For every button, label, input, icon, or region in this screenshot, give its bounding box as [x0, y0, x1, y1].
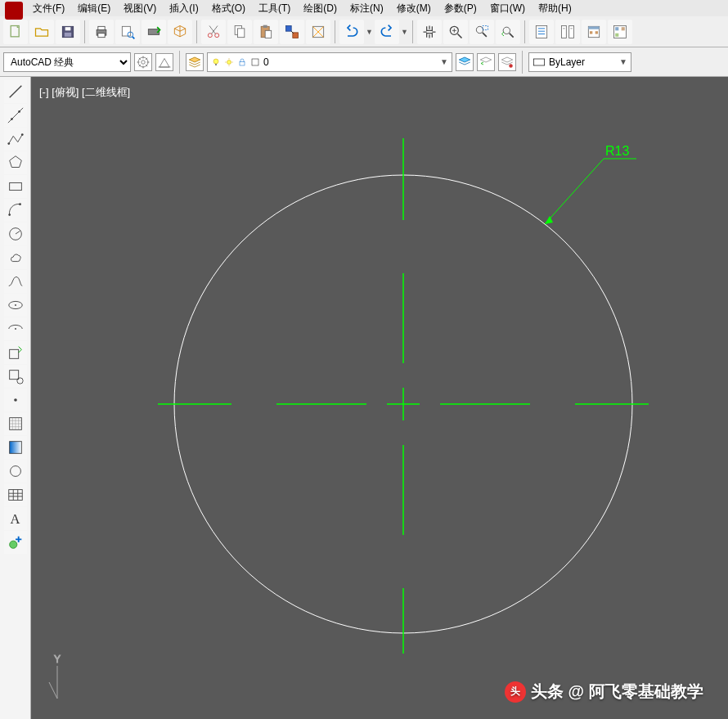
layer-previous-button[interactable]: [477, 53, 495, 71]
svg-rect-2: [65, 27, 71, 30]
layer-color-swatch: [250, 57, 260, 67]
insert-block-tool[interactable]: [4, 341, 27, 364]
menu-draw[interactable]: 绘图(D): [303, 2, 337, 16]
ellipse-tool[interactable]: [4, 294, 27, 317]
menu-format[interactable]: 格式(O): [212, 2, 245, 16]
zoom-realtime-button[interactable]: [443, 20, 468, 44]
redo-button[interactable]: [375, 20, 399, 44]
print-preview-button[interactable]: [115, 20, 140, 44]
svg-rect-41: [595, 31, 598, 34]
ellipse-arc-tool[interactable]: [4, 317, 27, 340]
menu-help[interactable]: 帮助(H): [538, 2, 572, 16]
lightbulb-icon: [211, 57, 221, 67]
publish-button[interactable]: [142, 20, 166, 44]
line-tool[interactable]: [4, 80, 27, 103]
menu-modify[interactable]: 修改(M): [397, 2, 431, 16]
undo-button[interactable]: [339, 20, 364, 44]
standard-toolbar: ▼ ▼: [0, 16, 728, 47]
print-button[interactable]: [89, 20, 114, 44]
svg-rect-19: [293, 32, 299, 38]
layer-isolate-button[interactable]: [498, 53, 516, 71]
polygon-tool[interactable]: [4, 151, 27, 174]
block-editor-button[interactable]: [306, 20, 330, 44]
layer-properties-button[interactable]: [186, 53, 204, 71]
gradient-tool[interactable]: [4, 436, 27, 459]
svg-point-83: [9, 541, 16, 548]
rectangle-tool[interactable]: [4, 175, 27, 198]
text-tool[interactable]: A: [4, 507, 27, 530]
drawing-viewport: R13 Y: [31, 77, 728, 719]
undo-dropdown[interactable]: ▼: [366, 28, 373, 36]
svg-point-51: [227, 60, 231, 64]
revision-cloud-tool[interactable]: [4, 246, 27, 269]
zoom-previous-button[interactable]: [496, 20, 520, 44]
point-tool[interactable]: [4, 389, 27, 411]
add-selected-tool[interactable]: [4, 531, 27, 554]
menu-file[interactable]: 文件(F): [33, 2, 65, 16]
tool-palettes-button[interactable]: [582, 20, 606, 44]
make-block-tool[interactable]: [4, 365, 27, 388]
copy-button[interactable]: [227, 20, 252, 44]
spline-tool[interactable]: [4, 270, 27, 293]
svg-rect-43: [615, 27, 618, 30]
main-area: A [-] [俯视] [二维线框]: [0, 77, 728, 719]
svg-point-28: [503, 27, 510, 34]
arc-tool[interactable]: [4, 199, 27, 222]
sheet-set-button[interactable]: [555, 20, 580, 44]
workspace-selector[interactable]: AutoCAD 经典: [3, 52, 131, 72]
workspace-switch-button[interactable]: [155, 53, 173, 71]
svg-point-76: [10, 466, 20, 477]
layer-selector[interactable]: 0 ▼: [207, 52, 452, 72]
svg-rect-34: [561, 25, 566, 38]
menu-parametric[interactable]: 参数(P): [444, 2, 477, 16]
cut-button[interactable]: [201, 20, 226, 44]
layer-state-button[interactable]: [456, 53, 474, 71]
circle-tool[interactable]: [4, 222, 27, 245]
current-layer-name: 0: [263, 56, 269, 68]
new-button[interactable]: [3, 20, 28, 44]
svg-text:A: A: [10, 511, 20, 527]
svg-line-56: [9, 86, 21, 98]
radius-dimension: R13: [545, 144, 636, 224]
3dprint-button[interactable]: [168, 20, 192, 44]
hatch-tool[interactable]: [4, 412, 27, 435]
svg-rect-3: [65, 32, 71, 36]
drawing-canvas[interactable]: [-] [俯视] [二维线框]: [31, 77, 728, 719]
svg-rect-39: [588, 26, 599, 29]
svg-rect-62: [9, 182, 21, 190]
menu-dimension[interactable]: 标注(N): [350, 2, 384, 16]
open-button[interactable]: [29, 20, 54, 44]
construction-line-tool[interactable]: [4, 104, 27, 127]
svg-rect-70: [9, 349, 18, 358]
menu-window[interactable]: 窗口(W): [490, 2, 525, 16]
workspace-layer-toolbar: AutoCAD 经典 0 ▼ ByLayer ▼: [0, 47, 728, 77]
save-button[interactable]: [56, 20, 80, 44]
svg-rect-40: [590, 31, 592, 34]
menu-tools[interactable]: 工具(T): [258, 2, 290, 16]
menu-edit[interactable]: 编辑(E): [78, 2, 110, 16]
properties-button[interactable]: [529, 20, 554, 44]
paste-button[interactable]: [254, 20, 278, 44]
linetype-selector[interactable]: ByLayer ▼: [528, 52, 631, 72]
svg-point-59: [18, 110, 20, 113]
linetype-swatch-icon: [533, 57, 546, 67]
watermark: 头 头条 @阿飞零基础教学: [505, 681, 703, 703]
workspace-settings-button[interactable]: [134, 53, 152, 71]
svg-line-9: [133, 36, 135, 38]
svg-rect-14: [238, 28, 245, 37]
svg-point-64: [19, 203, 21, 205]
pan-button[interactable]: [417, 20, 442, 44]
svg-text:R13: R13: [605, 144, 629, 158]
polyline-tool[interactable]: [4, 128, 27, 151]
menu-insert[interactable]: 插入(I): [169, 2, 198, 16]
match-properties-button[interactable]: [280, 20, 304, 44]
region-tool[interactable]: [4, 460, 27, 483]
svg-point-47: [142, 60, 146, 64]
menu-view[interactable]: 视图(V): [124, 2, 156, 16]
svg-rect-44: [622, 27, 625, 30]
zoom-window-button[interactable]: [470, 20, 494, 44]
design-center-button[interactable]: [608, 20, 632, 44]
svg-rect-16: [263, 25, 267, 27]
redo-dropdown[interactable]: ▼: [401, 28, 408, 36]
table-tool[interactable]: [4, 483, 27, 506]
